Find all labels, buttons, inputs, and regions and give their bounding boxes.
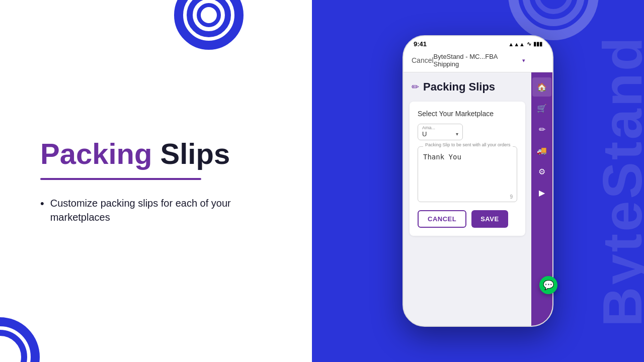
left-panel: Packing Slips Customize packing slips fo… — [0, 0, 312, 362]
chat-bubble-button[interactable]: 💬 — [539, 276, 557, 294]
textarea-label: Packing Slip to be sent with all your or… — [423, 142, 513, 147]
signal-icon: ▲▲▲ — [508, 41, 525, 47]
bytestand-watermark: ByteStand — [590, 35, 644, 327]
svg-point-4 — [0, 333, 24, 362]
sidebar-cart-icon[interactable]: 🛒 — [532, 99, 551, 118]
char-count: 9 — [418, 194, 517, 202]
nav-title-text: ByteStand - MC...FBA Shipping — [434, 53, 520, 68]
deco-circles-bottom — [0, 307, 55, 362]
sidebar-shipping-icon[interactable]: 🚚 — [532, 141, 551, 160]
svg-point-7 — [537, 0, 570, 12]
action-buttons: CANCEL SAVE — [418, 210, 517, 228]
cancel-button[interactable]: CANCEL — [418, 210, 466, 228]
page-title: Packing Slips — [40, 138, 282, 170]
phone-mockup: 9:41 ▲▲▲ ∿ ▮▮▮ Cancel ByteStand - MC...F… — [403, 35, 553, 327]
dropdown-arrow-icon: ▾ — [456, 131, 458, 137]
main-card: Select Your Marketplace Ama... U ▾ Packi… — [410, 102, 525, 236]
packing-slip-textarea[interactable] — [418, 147, 517, 192]
packing-slip-textarea-wrapper: Packing Slip to be sent with all your or… — [418, 146, 517, 202]
packing-slips-title: Packing Slips — [423, 80, 495, 94]
nav-dropdown-arrow-icon[interactable]: ▾ — [522, 57, 525, 64]
battery-icon: ▮▮▮ — [533, 41, 542, 47]
sidebar-settings-icon[interactable]: ⚙ — [532, 162, 551, 181]
save-button[interactable]: SAVE — [471, 210, 508, 228]
marketplace-section-label: Select Your Marketplace — [418, 110, 517, 118]
nav-title: ByteStand - MC...FBA Shipping ▾ — [434, 53, 525, 68]
right-panel: ByteStand 9:41 ▲▲▲ ∿ ▮▮▮ Cancel ByteStan… — [312, 0, 644, 362]
pencil-icon: ✏ — [412, 81, 419, 93]
svg-point-2 — [199, 5, 219, 25]
page-header: ✏ Packing Slips — [404, 72, 531, 98]
title-underline — [40, 178, 201, 180]
marketplace-dropdown[interactable]: Ama... U ▾ — [418, 124, 463, 140]
bullet-list: Customize packing slips for each of your… — [40, 196, 282, 224]
bullet-item-1: Customize packing slips for each of your… — [40, 196, 282, 224]
status-icons: ▲▲▲ ∿ ▮▮▮ — [508, 41, 542, 47]
deco-circles-top — [161, 0, 257, 60]
nav-cancel-button[interactable]: Cancel — [412, 56, 434, 64]
sidebar-edit-icon[interactable]: ✏ — [532, 120, 551, 139]
wifi-icon: ∿ — [527, 41, 531, 47]
nav-bar: Cancel ByteStand - MC...FBA Shipping ▾ — [404, 50, 552, 72]
phone-frame: 9:41 ▲▲▲ ∿ ▮▮▮ Cancel ByteStand - MC...F… — [403, 35, 553, 327]
status-time: 9:41 — [414, 40, 427, 48]
phone-main: ✏ Packing Slips Select Your Marketplace … — [404, 72, 531, 326]
sidebar-play-icon[interactable]: ▶ — [532, 183, 551, 202]
status-bar: 9:41 ▲▲▲ ∿ ▮▮▮ — [404, 36, 552, 50]
dropdown-selected-value: U — [422, 130, 427, 138]
sidebar-home-icon[interactable]: 🏠 — [532, 77, 551, 97]
phone-content: ✏ Packing Slips Select Your Marketplace … — [404, 72, 552, 326]
dropdown-label: Ama... — [422, 125, 435, 130]
